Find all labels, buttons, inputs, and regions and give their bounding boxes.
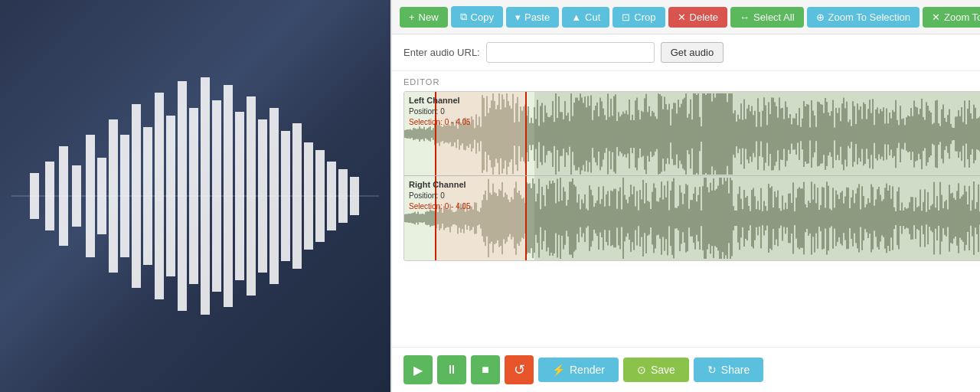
stop-icon: ■ xyxy=(482,363,489,377)
left-panel xyxy=(0,0,390,392)
paste-icon: ▾ xyxy=(515,11,521,23)
share-label: Share xyxy=(721,364,750,376)
bottom-controls: ▶ ⏸ ■ ↺ ⚡ Render ⊙ Save ↻ Share xyxy=(392,347,980,392)
save-icon: ⊙ xyxy=(637,364,646,376)
render-button[interactable]: ⚡ Render xyxy=(538,358,619,382)
right-channel-position: Position: 0 xyxy=(409,191,471,201)
right-panel: + New ⧉ Copy ▾ Paste ▲ Cut ⊡ Crop ✕ Dele… xyxy=(390,0,980,392)
save-label: Save xyxy=(651,364,675,376)
cut-icon: ▲ xyxy=(571,11,581,23)
zoom-selection-label: Zoom To Selection xyxy=(828,11,910,23)
new-label: New xyxy=(419,11,439,23)
url-input[interactable] xyxy=(486,42,655,63)
left-channel-title: Left Channel xyxy=(409,95,471,106)
url-label: Enter audio URL: xyxy=(403,47,480,58)
editor-section: EDITOR Left Channel Position: 0 Selectio… xyxy=(392,71,980,347)
delete-button[interactable]: ✕ Delete xyxy=(668,7,728,28)
zoom-fit-label: Zoom To Fit xyxy=(944,11,980,23)
save-button[interactable]: ⊙ Save xyxy=(623,358,689,382)
render-label: Render xyxy=(570,364,605,376)
play-icon: ▶ xyxy=(413,363,423,377)
new-button[interactable]: + New xyxy=(400,7,448,28)
pause-button[interactable]: ⏸ xyxy=(437,355,466,384)
crop-icon: ⊡ xyxy=(622,11,630,23)
zoom-selection-icon: ⊕ xyxy=(816,11,825,23)
crop-button[interactable]: ⊡ Crop xyxy=(612,7,665,28)
url-bar: Enter audio URL: Get audio xyxy=(392,34,980,71)
share-icon: ↻ xyxy=(707,364,717,376)
zoom-selection-button[interactable]: ⊕ Zoom To Selection xyxy=(807,7,920,28)
select-all-button[interactable]: ↔ Select All xyxy=(730,7,803,28)
select-all-label: Select All xyxy=(753,11,794,23)
plus-icon: + xyxy=(409,11,415,23)
delete-label: Delete xyxy=(690,11,719,23)
right-channel: Right Channel Position: 0 Selection: 0 -… xyxy=(404,176,980,260)
cut-label: Cut xyxy=(585,11,600,23)
left-channel-selection-text: Selection: 0 - 4.05 xyxy=(409,117,471,128)
paste-label: Paste xyxy=(524,11,550,23)
pause-icon: ⏸ xyxy=(446,363,458,377)
background-waveform xyxy=(11,35,379,357)
play-button[interactable]: ▶ xyxy=(403,355,433,384)
editor-container: Left Channel Position: 0 Selection: 0 - … xyxy=(403,91,980,261)
copy-label: Copy xyxy=(471,11,494,23)
right-channel-selection-text: Selection: 0 - 4.05 xyxy=(409,201,471,212)
left-channel: Left Channel Position: 0 Selection: 0 - … xyxy=(404,92,980,176)
left-channel-position: Position: 0 xyxy=(409,106,471,117)
paste-button[interactable]: ▾ Paste xyxy=(506,7,559,28)
copy-button[interactable]: ⧉ Copy xyxy=(451,6,503,28)
editor-label: EDITOR xyxy=(403,77,980,87)
zoom-fit-icon: ✕ xyxy=(932,11,940,23)
toolbar: + New ⧉ Copy ▾ Paste ▲ Cut ⊡ Crop ✕ Dele… xyxy=(392,0,980,34)
zoom-fit-button[interactable]: ✕ Zoom To Fit xyxy=(923,7,980,28)
left-channel-info: Left Channel Position: 0 Selection: 0 - … xyxy=(409,95,471,128)
cut-button[interactable]: ▲ Cut xyxy=(562,7,609,28)
delete-icon: ✕ xyxy=(678,11,686,23)
stop-button[interactable]: ■ xyxy=(471,355,500,384)
get-audio-button[interactable]: Get audio xyxy=(661,42,724,63)
right-channel-info: Right Channel Position: 0 Selection: 0 -… xyxy=(409,179,471,212)
refresh-icon: ↺ xyxy=(514,361,525,378)
refresh-button[interactable]: ↺ xyxy=(505,355,534,384)
render-icon: ⚡ xyxy=(552,364,565,376)
crop-label: Crop xyxy=(634,11,655,23)
share-button[interactable]: ↻ Share xyxy=(694,358,763,382)
select-all-icon: ↔ xyxy=(740,11,750,23)
right-channel-title: Right Channel xyxy=(409,179,471,191)
copy-icon: ⧉ xyxy=(460,11,467,23)
